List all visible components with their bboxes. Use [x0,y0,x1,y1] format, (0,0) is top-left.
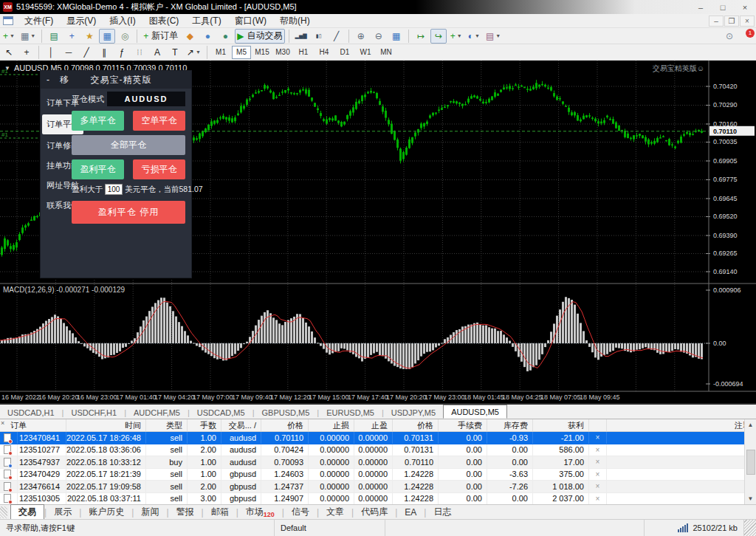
timeframe-H1[interactable]: H1 [294,46,313,59]
bottom-tab-市场[interactable]: 市场120 [238,504,282,520]
templates-icon[interactable]: ▤▼ [484,29,503,44]
terminal-scrollbar[interactable]: ▲ ▼ [744,419,756,504]
metaeditor-icon[interactable]: ◆ [182,29,198,44]
navigator-icon[interactable]: ★ [81,29,97,44]
close-order-icon[interactable]: × [589,432,607,444]
mdi-restore-button[interactable]: ❐ [724,16,739,27]
channel-icon[interactable]: ∥ [96,45,112,60]
timeframe-M15[interactable]: M15 [252,46,272,59]
close-mode-symbol[interactable]: AUDUSD [107,92,185,106]
column-header-1[interactable]: 时间 [66,419,146,431]
chart-shift-icon[interactable]: ↪ [430,29,447,44]
column-header-11[interactable]: 获利 [533,419,589,431]
order-row-123470841[interactable]: 1234708412022.05.17 18:26:48sell1.00audu… [0,432,756,444]
close-order-icon[interactable]: × [589,481,607,492]
menu-item-5[interactable]: 窗口(W) [228,14,273,27]
candlestick-icon[interactable]: ▮▯ [311,29,327,44]
search-icon[interactable]: ⊙ [721,29,738,44]
column-header-3[interactable]: 手数 [188,419,221,431]
close-order-icon[interactable]: × [589,456,607,468]
timeframe-M1[interactable]: M1 [211,46,230,59]
panel-move-handle[interactable]: 移 [55,74,73,86]
column-header-6[interactable]: 止损 [309,419,354,431]
order-row-123476614[interactable]: 1234766142022.05.17 19:09:58sell2.00gbpu… [0,481,756,493]
bottom-tab-账户历史[interactable]: 账户历史 [81,504,131,520]
window-minimize-button[interactable]: – [690,0,712,14]
mdi-minimize-button[interactable]: – [709,16,724,27]
chart-tab-USDCHF-H1[interactable]: USDCHF,H1 [63,406,124,419]
community-icon[interactable]: ● [217,29,233,44]
menu-item-3[interactable]: 图表(C) [142,14,186,27]
column-header-10[interactable]: 库存费 [487,419,533,431]
panel-menu-4[interactable]: 挂单功能 [41,156,73,176]
line-chart-icon[interactable]: ╱ [329,29,345,44]
arrows-icon[interactable]: ↗▼ [185,45,203,60]
panel-menu-3[interactable]: 订单修改 [41,136,73,156]
periods-icon[interactable]: ◐▼ [466,29,482,44]
chart-tab-USDJPY-M5[interactable]: USDJPY,M5 [384,406,443,419]
column-header-8[interactable]: 价格 [393,419,439,431]
panel-menu-1[interactable]: 订单下单 [41,93,73,113]
experts-icon[interactable]: ● [199,29,216,44]
data-window-icon[interactable]: + [63,29,80,44]
terminal-icon[interactable]: ▦ [99,29,115,44]
trade-panel-header[interactable]: - 移 交易宝-精英版 [41,71,191,89]
timeframe-M5[interactable]: M5 [232,46,251,59]
strategy-tester-icon[interactable]: ◎ [117,29,133,44]
menu-item-0[interactable]: 文件(F) [18,14,60,27]
mdi-close-button[interactable]: × [740,16,755,27]
vertical-line-icon[interactable]: │ [43,45,59,60]
trendline-icon[interactable]: ╱ [78,45,94,60]
close-all-button[interactable]: 全部平仓 [72,135,185,155]
close-order-icon[interactable]: × [589,493,607,505]
column-header-comment[interactable]: 注释 [607,419,756,431]
bottom-tab-文章[interactable]: 文章 [319,504,351,520]
status-template-name[interactable]: Default [275,520,385,536]
menu-item-4[interactable]: 工具(T) [185,14,227,27]
menu-item-2[interactable]: 插入(I) [103,14,142,27]
timeframe-M30[interactable]: M30 [273,46,292,59]
bottom-tab-展示[interactable]: 展示 [47,504,79,520]
chart-tab-USDCAD-M5[interactable]: USDCAD,M5 [190,406,252,419]
column-header-order[interactable]: 订单 [0,419,66,431]
new-chart-icon[interactable]: +▼ [1,29,17,44]
bottom-tab-EA[interactable]: EA [397,506,424,519]
chart-tab-AUDUSD-M5[interactable]: AUDUSD,M5 [443,405,507,419]
resize-grip[interactable] [744,520,756,536]
window-maximize-button[interactable]: □ [712,0,734,14]
label-icon[interactable]: T [167,45,183,60]
bottom-tab-邮箱[interactable]: 邮箱 [204,504,236,520]
chart-area[interactable]: 0.704200.702900.701600.700350.699050.697… [0,61,756,405]
cursor-icon[interactable]: ↖ [1,45,17,60]
order-row-123547937[interactable]: 1235479372022.05.18 10:33:12buy1.00audus… [0,456,756,469]
close-losing-button[interactable]: 亏损平仓 [133,159,185,179]
panel-menu-5[interactable]: 网址导航 [41,176,73,196]
horizontal-line-icon[interactable]: ─ [61,45,77,60]
terminal-close-icon[interactable]: × [1,419,4,427]
close-order-icon[interactable]: × [589,444,607,456]
timeframe-D1[interactable]: D1 [335,46,354,59]
close-long-button[interactable]: 多单平仓 [72,111,124,131]
auto-scroll-icon[interactable]: ↦ [413,29,429,44]
chart-tab-GBPUSD-M5[interactable]: GBPUSD,M5 [255,406,317,419]
column-header-9[interactable]: 手续费 [439,419,487,431]
bottom-tab-代码库[interactable]: 代码库 [354,504,395,520]
scroll-down-icon[interactable]: ▼ [748,493,754,504]
chart-tab-USDCAD-H1[interactable]: USDCAD,H1 [0,406,62,419]
autotrading-button[interactable]: ▶自动交易 [235,29,284,44]
bottom-tab-信号[interactable]: 信号 [284,504,317,520]
bottom-tab-警报[interactable]: 警报 [169,504,202,520]
timeframe-H4[interactable]: H4 [315,46,334,59]
symbol-dropdown-icon[interactable]: ▼ [4,65,10,72]
tile-windows-icon[interactable]: ▦ [388,29,405,44]
profit-threshold-input[interactable] [105,184,123,195]
column-header-5[interactable]: 价格 [261,419,309,431]
chart-tab-EURUSD-M5[interactable]: EURUSD,M5 [319,406,382,419]
profiles-icon[interactable]: ▦▼ [18,29,38,44]
indicators-icon[interactable]: +▼ [448,29,464,44]
notifications-icon[interactable]: 1 [739,29,755,44]
window-close-button[interactable]: × [734,0,756,14]
cycle-lines-icon[interactable]: ┆┆ [131,45,148,60]
zoom-in-icon[interactable]: ⊕ [353,29,369,44]
scroll-up-icon[interactable]: ▲ [748,419,754,430]
